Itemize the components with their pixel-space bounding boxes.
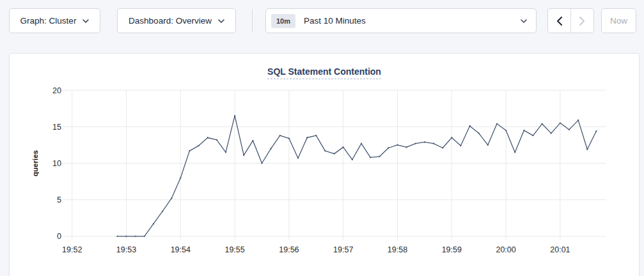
- next-time-button[interactable]: [571, 9, 593, 33]
- time-range-label: Past 10 Minutes: [304, 16, 521, 26]
- now-button-label: Now: [610, 16, 627, 26]
- dashboard-dropdown-label: Dashboard: Overview: [129, 16, 212, 26]
- svg-text:20:00: 20:00: [496, 245, 515, 254]
- chevron-down-icon: [521, 19, 527, 23]
- svg-text:queries: queries: [31, 150, 39, 176]
- svg-text:20:01: 20:01: [550, 245, 570, 254]
- now-button[interactable]: Now: [601, 8, 636, 33]
- prev-time-button[interactable]: [548, 9, 570, 33]
- svg-text:10: 10: [52, 159, 61, 168]
- svg-text:15: 15: [52, 123, 61, 132]
- chart-card: SQL Statement Contention 0510152019:5219…: [9, 53, 640, 276]
- svg-text:19:54: 19:54: [171, 245, 191, 254]
- graph-dropdown[interactable]: Graph: Cluster: [9, 8, 100, 33]
- dashboard-dropdown[interactable]: Dashboard: Overview: [117, 8, 236, 33]
- svg-text:19:55: 19:55: [224, 245, 244, 254]
- chevron-left-icon: [556, 17, 562, 26]
- svg-text:19:59: 19:59: [442, 245, 462, 254]
- toolbar-divider: [252, 9, 253, 33]
- chevron-down-icon: [218, 19, 224, 23]
- graph-dropdown-label: Graph: Cluster: [20, 16, 77, 26]
- sql-contention-line-chart: 0510152019:5219:5319:5419:5519:5619:5719…: [10, 54, 640, 276]
- svg-text:20: 20: [52, 86, 61, 95]
- svg-text:19:57: 19:57: [333, 245, 353, 254]
- time-step-button-group: [547, 8, 594, 33]
- dashboard-page: { "page": { "background": "#f5f6fa" }, "…: [0, 0, 644, 276]
- svg-text:19:53: 19:53: [116, 245, 136, 254]
- svg-text:0: 0: [57, 232, 61, 241]
- svg-text:19:58: 19:58: [388, 245, 407, 254]
- chevron-down-icon: [82, 19, 89, 23]
- svg-text:19:52: 19:52: [62, 245, 82, 254]
- svg-text:5: 5: [57, 195, 61, 204]
- time-range-badge: 10m: [271, 14, 295, 28]
- chevron-right-icon: [579, 17, 585, 26]
- svg-text:19:56: 19:56: [279, 245, 299, 254]
- time-range-picker[interactable]: 10m Past 10 Minutes: [265, 8, 537, 33]
